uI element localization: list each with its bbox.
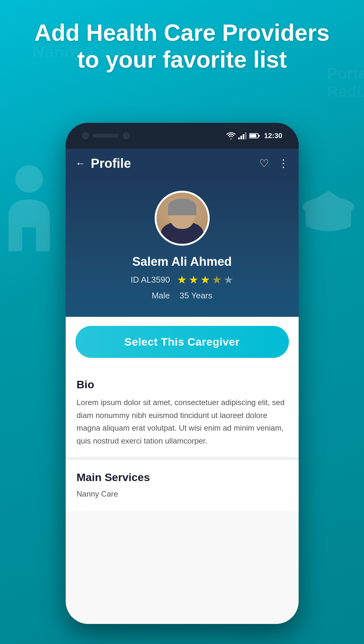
caregiver-gender: Male [152, 291, 170, 301]
services-section: Main Services Nanny Care [66, 457, 299, 511]
battery-icon [249, 133, 260, 139]
phone-top-bar: 12:30 [66, 123, 299, 149]
svg-point-0 [15, 165, 43, 193]
services-title: Main Services [77, 471, 288, 484]
star-1: ★ [177, 273, 187, 286]
bio-title: Bio [77, 378, 288, 391]
bio-text: Lorem ipsum dolor sit amet, consectetuer… [77, 396, 288, 447]
svg-marker-2 [303, 191, 354, 213]
svg-point-1 [303, 197, 354, 217]
page-title: Profile [91, 156, 131, 171]
favorite-icon[interactable]: ♡ [259, 157, 269, 170]
star-4: ★ [212, 273, 222, 286]
status-bar: 12:30 [226, 132, 282, 140]
caregiver-age: 35 Years [180, 291, 212, 301]
phone-frame: 12:30 ← Profile ♡ ⋮ Salem Ali Ahme [66, 123, 299, 624]
select-button-wrapper: Select This Caregiver [66, 317, 299, 367]
speaker [93, 134, 119, 138]
svg-rect-9 [259, 135, 260, 137]
star-5: ★ [224, 273, 233, 286]
caregiver-id: ID AL3590 [131, 275, 170, 285]
header-right: ♡ ⋮ [259, 157, 289, 170]
sensor [123, 132, 130, 139]
wifi-icon [226, 132, 236, 139]
avatar-image [157, 193, 208, 244]
caregiver-meta: ID AL3590 ★ ★ ★ ★ ★ [131, 273, 233, 286]
phone-screen: ← Profile ♡ ⋮ Salem Ali Ahmed ID AL3590 [66, 149, 299, 624]
svg-rect-5 [243, 134, 244, 139]
svg-rect-6 [245, 132, 247, 139]
avatar-body [161, 221, 203, 244]
star-3: ★ [200, 273, 210, 286]
signal-icon [238, 132, 247, 139]
time-display: 12:30 [264, 132, 282, 140]
status-icons [226, 132, 260, 139]
more-options-icon[interactable]: ⋮ [278, 157, 289, 170]
app-header: ← Profile ♡ ⋮ [66, 149, 299, 178]
rating-stars: ★ ★ ★ ★ ★ [177, 273, 233, 286]
avatar-container [155, 191, 210, 246]
header-left: ← Profile [75, 156, 131, 171]
hero-title: Add Health Care Providers to your favori… [13, 19, 351, 73]
select-caregiver-button[interactable]: Select This Caregiver [75, 326, 289, 358]
profile-section: Salem Ali Ahmed ID AL3590 ★ ★ ★ ★ ★ Male… [66, 178, 299, 317]
service-item-nanny: Nanny Care [77, 487, 288, 501]
hero-section: Add Health Care Providers to your favori… [0, 19, 364, 73]
back-button[interactable]: ← [75, 157, 86, 169]
camera-lens [82, 132, 89, 139]
caregiver-name: Salem Ali Ahmed [132, 255, 232, 269]
caregiver-details: Male 35 Years [152, 291, 213, 301]
svg-rect-3 [238, 137, 240, 139]
camera-area [82, 132, 130, 139]
svg-rect-4 [240, 136, 242, 139]
bio-section: Bio Lorem ipsum dolor sit amet, consecte… [66, 367, 299, 457]
content-area: Select This Caregiver Bio Lorem ipsum do… [66, 317, 299, 624]
svg-rect-8 [250, 134, 256, 137]
star-2: ★ [189, 273, 198, 286]
